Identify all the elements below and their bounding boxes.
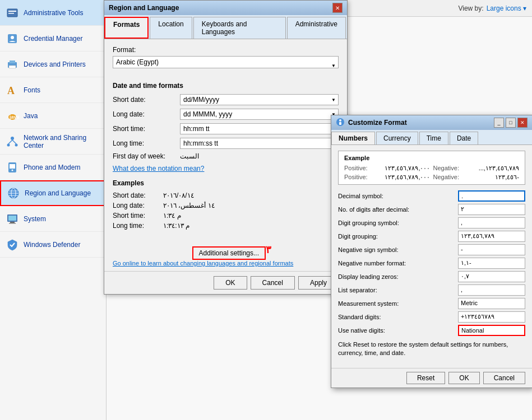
- setting-digit-group-value[interactable]: ١٢٣,٤٥٦,٧٨٩: [458, 231, 525, 242]
- sidebar-item-credential-manager[interactable]: Credential Manager: [0, 26, 106, 52]
- region-ok-button[interactable]: OK: [214, 276, 247, 290]
- negative-value-2: -١٢٣,٤٥٦: [470, 174, 520, 181]
- cust-tab-numbers[interactable]: Numbers: [331, 132, 375, 144]
- cust-tab-time[interactable]: Time: [419, 132, 448, 144]
- customize-cancel-button[interactable]: Cancel: [483, 372, 525, 384]
- region-cancel-button[interactable]: Cancel: [251, 276, 295, 290]
- date-time-formats-title: Date and time formats: [113, 82, 339, 90]
- sidebar-item-admin-tools[interactable]: Administrative Tools: [0, 0, 106, 26]
- setting-native-digits-value[interactable]: National: [458, 325, 525, 336]
- positive-label-2: Positive:: [344, 174, 378, 181]
- settings-grid: Decimal symbol: . No. of digits after de…: [338, 190, 525, 336]
- short-time-select[interactable]: hh:mm tt: [180, 123, 339, 134]
- view-by-dropdown[interactable]: Large icons ▾: [487, 4, 526, 12]
- first-day-row: First day of week: السبت: [113, 152, 339, 160]
- setting-measurement-value[interactable]: Metric: [458, 298, 525, 309]
- svg-point-4: [11, 36, 14, 39]
- svg-text:A: A: [7, 85, 15, 96]
- setting-neg-sign-value[interactable]: -: [458, 244, 525, 255]
- setting-std-digits-value[interactable]: +١٢٣٤٥٦٧٨٩: [458, 311, 525, 323]
- additional-settings-button[interactable]: Additional settings...: [192, 246, 266, 260]
- region-dialog-title: Region and Language: [109, 4, 179, 12]
- example-short-time: Short time: م ١:٣٤: [113, 212, 339, 220]
- region-language-icon: [7, 186, 20, 200]
- example-long-date: Long date: ١٤ أغسطس، ٢٠١٦: [113, 202, 339, 209]
- sidebar-label-system: System: [24, 215, 46, 223]
- example-long-time: Long time: م ١:٣٤:١٣: [113, 222, 339, 230]
- setting-digit-group-sym-value[interactable]: ,: [458, 217, 525, 228]
- cust-tab-date[interactable]: Date: [450, 132, 478, 144]
- tab-administrative[interactable]: Administrative: [287, 17, 346, 39]
- short-date-select[interactable]: dd/MM/yyyy: [180, 94, 339, 105]
- admin-tools-icon: [6, 6, 19, 20]
- svg-point-18: [12, 169, 13, 171]
- annotation-3: ٣: [266, 244, 271, 256]
- setting-decimal-label: Decimal symbol:: [338, 192, 454, 200]
- svg-rect-7: [9, 66, 16, 68]
- long-time-row: Long time: hh:mm:ss tt: [113, 138, 339, 149]
- region-dialog-close[interactable]: ✕: [332, 3, 343, 13]
- tab-location[interactable]: Location: [150, 17, 192, 39]
- sidebar-item-phone-modem[interactable]: Phone and Modem: [0, 155, 106, 180]
- setting-measurement-label: Measurement system:: [338, 299, 454, 308]
- customize-minimize-button[interactable]: _: [494, 118, 504, 128]
- positive-value-2: ١٢٣,٤٥٦,٧٨٩,٠٠٠: [381, 174, 431, 181]
- setting-list-sep-value[interactable]: ,: [458, 284, 525, 296]
- devices-printers-icon: [6, 58, 19, 71]
- customize-reset-button[interactable]: Reset: [406, 372, 445, 384]
- sidebar-item-windows-defender[interactable]: Windows Defender: [0, 232, 106, 258]
- sidebar-label-region: Region and Language: [25, 189, 91, 197]
- setting-lead-zeros-value[interactable]: ٠,٧: [458, 271, 525, 282]
- sidebar-item-region-language[interactable]: Region and Language: [0, 180, 106, 206]
- short-date-row: Short date: dd/MM/yyyy: [113, 94, 339, 105]
- sidebar-item-devices-printers[interactable]: Devices and Printers: [0, 52, 106, 77]
- customize-ok-button[interactable]: OK: [448, 372, 479, 384]
- svg-text:java: java: [9, 114, 19, 120]
- sidebar-item-java[interactable]: java Java: [0, 103, 106, 129]
- cust-tab-currency[interactable]: Currency: [376, 132, 418, 144]
- short-date-select-wrap: dd/MM/yyyy: [180, 94, 339, 105]
- svg-rect-6: [10, 60, 15, 63]
- tab-formats[interactable]: Formats: [104, 17, 149, 39]
- sidebar-label-fonts: Fonts: [24, 86, 40, 94]
- sidebar: Administrative Tools Credential Manager …: [0, 0, 107, 420]
- examples-title: Examples: [113, 179, 339, 187]
- online-link[interactable]: Go online to learn about changing langua…: [113, 260, 339, 267]
- svg-rect-25: [8, 216, 16, 221]
- sidebar-item-network-sharing[interactable]: Network and Sharing Center: [0, 129, 106, 155]
- customize-close-button[interactable]: ✕: [517, 118, 528, 128]
- notation-link[interactable]: What does the notation mean?: [113, 165, 339, 172]
- customize-format-dialog: Customize Format _ □ ✕ Numbers Currency …: [331, 115, 532, 388]
- first-day-value: السبت: [180, 152, 199, 160]
- setting-digit-group-sym-label: Digit grouping symbol:: [338, 218, 454, 227]
- setting-decimal-value[interactable]: .: [458, 190, 525, 202]
- negative-value-1: ١٢٣,٤٥٦,٧٨٩,...: [470, 165, 520, 172]
- ex-short-date-label: Short date:: [113, 192, 163, 199]
- long-time-select-wrap: hh:mm:ss tt: [180, 138, 339, 149]
- sidebar-item-system[interactable]: System: [0, 206, 106, 232]
- tab-keyboards-languages[interactable]: Keyboards and Languages: [193, 17, 286, 39]
- credential-icon: [6, 32, 19, 45]
- svg-point-44: [339, 119, 341, 122]
- setting-digits-decimal-value[interactable]: ٢: [458, 204, 525, 215]
- long-date-select[interactable]: dd MMMM, yyyy: [180, 109, 339, 120]
- ex-short-time-value: م ١:٣٤: [163, 212, 181, 220]
- example-short-date: Short date: ٢٠١٦/٠٨/١٤: [113, 192, 339, 199]
- ex-long-date-value: ١٤ أغسطس، ٢٠١٦: [163, 202, 215, 209]
- long-time-select[interactable]: hh:mm:ss tt: [180, 138, 339, 149]
- dialog-bottom-section: ٣ Additional settings... Go online to le…: [104, 242, 347, 271]
- customize-maximize-button[interactable]: □: [506, 118, 516, 128]
- system-icon: [6, 212, 19, 226]
- short-time-select-wrap: hh:mm tt: [180, 123, 339, 134]
- sidebar-label-phone-modem: Phone and Modem: [24, 164, 80, 171]
- sidebar-label-devices: Devices and Printers: [24, 60, 86, 68]
- examples-section: Examples Short date: ٢٠١٦/٠٨/١٤ Long dat…: [113, 179, 339, 230]
- customize-title-buttons: _ □ ✕: [494, 118, 528, 128]
- setting-std-digits-label: Standard digits:: [338, 312, 454, 321]
- negative-label-2: Negative:: [433, 174, 467, 181]
- positive-label-1: Positive:: [344, 165, 378, 172]
- long-date-label: Long date:: [113, 110, 180, 118]
- sidebar-item-fonts[interactable]: A Fonts: [0, 77, 106, 103]
- format-select[interactable]: Arabic (Egypt): [113, 56, 339, 68]
- setting-neg-format-value[interactable]: ١,١-: [458, 258, 525, 269]
